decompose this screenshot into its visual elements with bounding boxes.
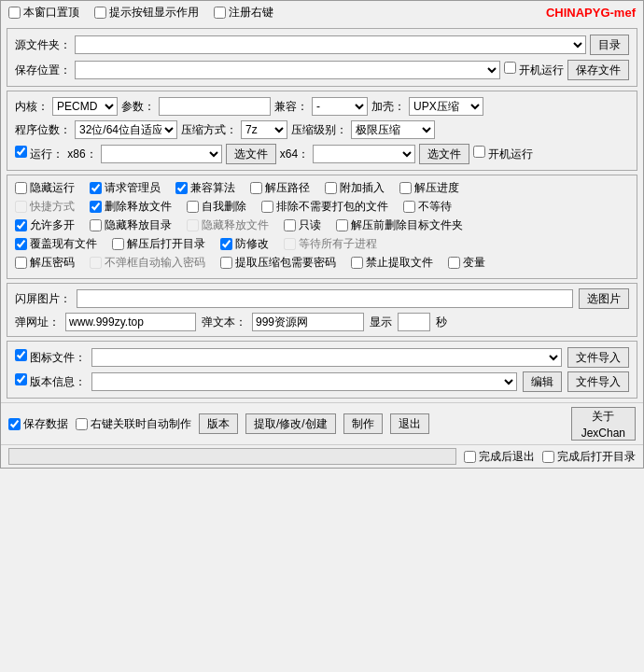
opt-self-del[interactable]: 自我删除 (187, 199, 246, 215)
opt-extract-progress-cb[interactable] (399, 182, 412, 194)
exit-after-done-label[interactable]: 完成后退出 (464, 449, 535, 465)
compress-select[interactable]: 7z (241, 120, 287, 139)
opt-append[interactable]: 附加插入 (325, 180, 385, 196)
opt-hide-files-cb[interactable] (187, 219, 199, 231)
open-dir-after-done-checkbox[interactable] (542, 451, 554, 463)
exit-after-done-checkbox[interactable] (464, 451, 476, 463)
window-top-label[interactable]: 本窗口置顶 (8, 5, 79, 21)
opt-wait-child[interactable]: 等待所有子进程 (284, 236, 377, 252)
opt-wait-child-cb[interactable] (284, 238, 296, 250)
save-select[interactable] (75, 61, 500, 79)
opt-overwrite[interactable]: 覆盖现有文件 (15, 236, 97, 252)
opt-extract-pwd[interactable]: 解压密码 (15, 255, 75, 271)
opt-self-del-cb[interactable] (187, 201, 199, 213)
opt-hide-dir[interactable]: 隐藏释放目录 (90, 217, 172, 233)
reg-right-click-checkbox[interactable] (214, 7, 226, 19)
opt-del-release[interactable]: 删除释放文件 (90, 199, 172, 215)
opt-shortcut[interactable]: 快捷方式 (15, 199, 75, 215)
core-select[interactable]: PECMD (52, 97, 118, 116)
select-file-x64-button[interactable]: 选文件 (419, 144, 469, 164)
startup-run2-checkbox[interactable] (473, 146, 485, 158)
flash-input[interactable] (77, 289, 573, 308)
opt-overwrite-cb[interactable] (15, 238, 27, 250)
opt-shortcut-cb[interactable] (15, 201, 27, 213)
opt-no-wait-cb[interactable] (403, 201, 415, 213)
version-button[interactable]: 版本 (199, 413, 238, 434)
opt-anti-modify-cb[interactable] (220, 238, 232, 250)
ver-import-button[interactable]: 文件导入 (567, 371, 629, 392)
select-image-button[interactable]: 选图片 (579, 288, 629, 309)
opt-compat-algo[interactable]: 兼容算法 (175, 180, 235, 196)
run-label-cb[interactable]: 运行： (15, 146, 63, 162)
popup-text-input[interactable] (252, 313, 364, 331)
exit-button[interactable]: 退出 (390, 413, 429, 434)
compress-level-select[interactable]: 极限压缩 (351, 120, 435, 139)
startup-run-checkbox[interactable] (504, 62, 516, 74)
opt-anti-modify[interactable]: 防修改 (220, 236, 269, 252)
opt-exclude-files-cb[interactable] (261, 201, 273, 213)
hint-button-label[interactable]: 提示按钮显示作用 (94, 5, 199, 21)
opt-hide-run[interactable]: 隐藏运行 (15, 180, 75, 196)
reg-right-click-label[interactable]: 注册右键 (214, 5, 273, 21)
x64-select[interactable] (313, 145, 415, 163)
save-data-label[interactable]: 保存数据 (8, 416, 68, 432)
icon-import-button[interactable]: 文件导入 (567, 347, 629, 368)
opt-extract-pwd-cb[interactable] (15, 257, 27, 269)
extract-button[interactable]: 提取/修改/创建 (245, 413, 336, 434)
params-input[interactable] (159, 97, 271, 116)
pack-select[interactable]: UPX压缩 (409, 97, 483, 116)
opt-auto-pwd-cb[interactable] (90, 257, 102, 269)
run-checkbox[interactable] (15, 146, 27, 158)
opt-zip-pwd[interactable]: 提取压缩包需要密码 (220, 255, 336, 271)
save-data-checkbox[interactable] (8, 418, 21, 430)
icon-file-checkbox[interactable] (15, 349, 27, 361)
opt-del-target-cb[interactable] (336, 219, 348, 231)
opt-exclude-files[interactable]: 排除不需要打包的文件 (261, 199, 388, 215)
opt-var[interactable]: 变量 (448, 255, 485, 271)
ver-info-select[interactable] (91, 372, 517, 391)
opt-multi-open-cb[interactable] (15, 219, 27, 231)
opt-auto-pwd[interactable]: 不弹框自动输入密码 (90, 255, 205, 271)
opt-hide-dir-cb[interactable] (90, 219, 102, 231)
x86-select[interactable] (101, 145, 222, 163)
window-top-checkbox[interactable] (8, 7, 21, 19)
icon-file-label[interactable]: 图标文件： (15, 349, 86, 366)
make-button[interactable]: 制作 (343, 413, 383, 434)
ver-info-checkbox[interactable] (15, 373, 27, 385)
opt-append-cb[interactable] (325, 182, 337, 194)
opt-hide-files[interactable]: 隐藏释放文件 (187, 217, 269, 233)
opt-multi-open[interactable]: 允许多开 (15, 217, 75, 233)
opt-readonly-cb[interactable] (284, 219, 296, 231)
opt-open-dir-cb[interactable] (112, 238, 124, 250)
status-input[interactable] (8, 448, 456, 465)
opt-no-extract[interactable]: 禁止提取文件 (351, 255, 433, 271)
opt-hide-run-cb[interactable] (15, 182, 27, 194)
opt-extract-progress[interactable]: 解压进度 (399, 180, 459, 196)
hint-button-checkbox[interactable] (94, 7, 106, 19)
compat-select[interactable]: - (312, 97, 368, 116)
opt-extract-path[interactable]: 解压路径 (250, 180, 310, 196)
opt-no-wait[interactable]: 不等待 (403, 199, 452, 215)
right-click-auto-checkbox[interactable] (76, 418, 88, 430)
save-file-button[interactable]: 保存文件 (567, 60, 629, 80)
source-select[interactable] (75, 35, 586, 54)
about-button[interactable]: 关于 JexChan (571, 407, 636, 441)
opt-zip-pwd-cb[interactable] (220, 257, 232, 269)
open-dir-after-done-label[interactable]: 完成后打开目录 (542, 449, 636, 465)
opt-readonly[interactable]: 只读 (284, 217, 321, 233)
bits-select[interactable]: 32位/64位自适应 (75, 120, 177, 139)
opt-open-dir[interactable]: 解压后打开目录 (112, 236, 205, 252)
opt-var-cb[interactable] (448, 257, 460, 269)
opt-del-release-cb[interactable] (90, 201, 102, 213)
opt-no-extract-cb[interactable] (351, 257, 363, 269)
right-click-auto-label[interactable]: 右键关联时自动制作 (76, 416, 191, 432)
opt-compat-algo-cb[interactable] (175, 182, 188, 194)
popup-url-input[interactable] (65, 313, 196, 331)
opt-extract-path-cb[interactable] (250, 182, 262, 194)
ver-info-label[interactable]: 版本信息： (15, 373, 86, 390)
ver-edit-button[interactable]: 编辑 (523, 371, 562, 392)
opt-admin[interactable]: 请求管理员 (90, 180, 161, 196)
opt-del-target[interactable]: 解压前删除目标文件夹 (336, 217, 463, 233)
icon-file-select[interactable] (91, 348, 562, 367)
opt-admin-cb[interactable] (90, 182, 102, 194)
